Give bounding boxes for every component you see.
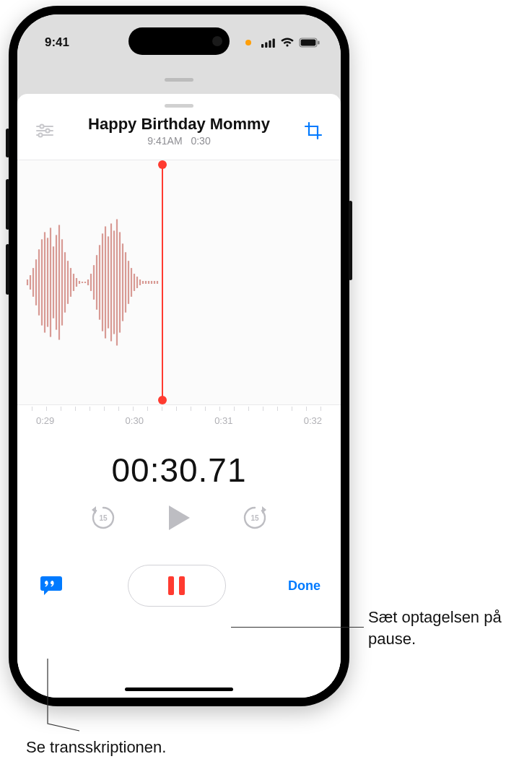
skip-back-seconds: 15 (90, 506, 116, 531)
svg-rect-6 (318, 41, 319, 45)
svg-point-12 (38, 133, 42, 136)
recording-indicator-dot (245, 40, 251, 45)
svg-marker-60 (169, 506, 190, 530)
svg-rect-0 (261, 44, 263, 48)
recording-sheet: Happy Birthday Mommy 9:41AM 0:30 (17, 94, 341, 698)
pause-recording-button[interactable] (128, 565, 226, 607)
waveform-svg (17, 160, 341, 404)
sheet-grabber[interactable] (165, 104, 193, 108)
timeline-ticks: 0:29 0:30 0:31 0:32 (17, 405, 341, 422)
home-indicator[interactable] (125, 688, 233, 691)
tick-label: 0:29 (36, 415, 54, 426)
dynamic-island (128, 27, 230, 55)
tick-label: 0:30 (126, 415, 144, 426)
elapsed-time: 00:30.71 (17, 451, 341, 490)
tick-label: 0:31 (214, 415, 232, 426)
skip-forward-seconds: 15 (242, 506, 268, 531)
svg-rect-5 (301, 40, 316, 46)
crop-trim-icon[interactable] (300, 118, 326, 144)
recording-time-label: 9:41AM (147, 135, 182, 147)
waveform-area[interactable] (17, 160, 341, 405)
cellular-icon (261, 38, 276, 48)
skip-back-15-button[interactable]: 15 (90, 505, 116, 531)
svg-point-10 (45, 129, 49, 132)
pause-icon (168, 576, 185, 595)
svg-point-8 (40, 124, 43, 128)
battery-icon (299, 38, 320, 48)
svg-rect-3 (273, 38, 275, 48)
recording-subtitle: 9:41AM 0:30 (58, 135, 300, 147)
recording-title[interactable]: Happy Birthday Mommy (58, 115, 300, 134)
callout-transcribe-line (43, 659, 87, 738)
speech-bubble-quote-icon (39, 575, 64, 597)
status-time: 9:41 (45, 35, 69, 50)
recording-duration-label: 0:30 (191, 135, 210, 147)
svg-rect-1 (265, 42, 267, 48)
background-grabber (165, 78, 193, 82)
play-button[interactable] (167, 504, 191, 532)
skip-forward-15-button[interactable]: 15 (242, 505, 268, 531)
callout-transcribe-label: Se transskriptionen. (26, 737, 166, 758)
svg-rect-2 (269, 40, 271, 48)
wifi-icon (280, 38, 295, 48)
done-button[interactable]: Done (288, 578, 320, 594)
settings-sliders-icon[interactable] (32, 118, 58, 144)
transcription-button[interactable] (38, 573, 65, 599)
tick-label: 0:32 (304, 415, 322, 426)
callout-pause-line (231, 627, 364, 628)
callout-pause-label: Sæt optagelsen på pause. (368, 607, 532, 649)
playhead-indicator[interactable] (162, 165, 163, 400)
